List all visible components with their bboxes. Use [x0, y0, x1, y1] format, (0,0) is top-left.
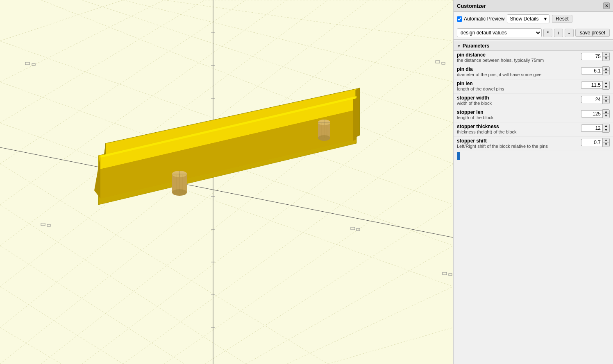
param-input-4[interactable]	[581, 110, 602, 118]
param-left-1: pin dia diameter of the pins, it will ha…	[457, 66, 581, 78]
param-name-0: pin distance	[457, 52, 581, 58]
param-input-3[interactable]	[581, 96, 602, 103]
param-name-5: stopper thickness	[457, 124, 581, 129]
param-item-3: stopper width width of the block ▲ ▼	[454, 94, 613, 108]
param-left-3: stopper width width of the block	[457, 95, 581, 106]
grid-canvas	[0, 0, 453, 364]
param-left-6: stopper shift Left/Right shift of the bl…	[457, 138, 581, 149]
param-left-4: stopper len length of the block	[457, 109, 581, 121]
title-bar-title: Customizer	[457, 3, 486, 9]
viewport	[0, 0, 453, 364]
param-spin-down-1[interactable]: ▼	[603, 71, 609, 75]
param-spinners-5: ▲ ▼	[602, 124, 610, 133]
param-left-0: pin distance the distance between holes,…	[457, 52, 581, 63]
preset-row: design default values * + - save preset	[454, 26, 613, 40]
param-spinners-3: ▲ ▼	[602, 95, 610, 104]
param-spinners-6: ▲ ▼	[602, 138, 610, 147]
title-bar: Customizer ✕	[454, 0, 613, 12]
toolbar-row: Automatic Preview Show Details ▼ Reset	[454, 12, 613, 26]
param-desc-2: length of the dowel pins	[457, 86, 581, 91]
section-collapse-arrow: ▼	[457, 44, 461, 48]
param-desc-3: width of the block	[457, 101, 581, 106]
param-name-2: pin len	[457, 81, 581, 86]
param-control-0: ▲ ▼	[581, 52, 610, 61]
parameters-section: ▼ Parameters pin distance the distance b…	[454, 40, 613, 364]
param-spinners-4: ▲ ▼	[602, 109, 610, 118]
close-button[interactable]: ✕	[603, 2, 610, 9]
preset-select[interactable]: design default values	[457, 28, 542, 37]
param-input-2[interactable]	[581, 81, 602, 89]
preset-add-button[interactable]: +	[554, 29, 563, 37]
param-input-5[interactable]	[581, 124, 602, 132]
param-control-6: ▲ ▼	[581, 138, 610, 147]
param-spin-up-2[interactable]: ▲	[603, 81, 609, 85]
auto-preview-label: Automatic Preview	[464, 16, 504, 22]
parameters-label: Parameters	[463, 43, 489, 49]
param-control-2: ▲ ▼	[581, 81, 610, 90]
param-list: pin distance the distance between holes,…	[454, 51, 613, 151]
param-spin-down-4[interactable]: ▼	[603, 114, 609, 118]
param-item-0: pin distance the distance between holes,…	[454, 51, 613, 65]
param-desc-0: the distance between holes, typically 75…	[457, 58, 581, 63]
param-item-5: stopper thickness thickness (height) of …	[454, 122, 613, 137]
preset-remove-button[interactable]: -	[565, 29, 574, 37]
param-spin-down-0[interactable]: ▼	[603, 57, 609, 61]
auto-preview-checkbox[interactable]	[457, 16, 462, 22]
param-spin-down-3[interactable]: ▼	[603, 99, 609, 104]
param-spin-up-6[interactable]: ▲	[603, 138, 609, 142]
param-desc-6: Left/Right shift of the block relative t…	[457, 144, 581, 149]
param-desc-4: length of the block	[457, 115, 581, 120]
param-name-6: stopper shift	[457, 138, 581, 144]
param-spinners-2: ▲ ▼	[602, 81, 610, 90]
param-spinners-0: ▲ ▼	[602, 52, 610, 61]
param-item-1: pin dia diameter of the pins, it will ha…	[454, 65, 613, 79]
param-input-6[interactable]	[581, 139, 602, 146]
param-spin-up-0[interactable]: ▲	[603, 52, 609, 57]
param-spin-up-1[interactable]: ▲	[603, 67, 609, 71]
show-details-button[interactable]: Show Details	[507, 15, 541, 23]
parameters-header[interactable]: ▼ Parameters	[454, 41, 613, 51]
param-left-2: pin len length of the dowel pins	[457, 81, 581, 92]
param-spin-up-3[interactable]: ▲	[603, 95, 609, 99]
svg-rect-0	[0, 0, 453, 364]
param-item-6: stopper shift Left/Right shift of the bl…	[454, 137, 613, 151]
param-name-3: stopper width	[457, 95, 581, 101]
param-control-4: ▲ ▼	[581, 109, 610, 118]
param-name-1: pin dia	[457, 66, 581, 72]
blue-indicator	[457, 152, 460, 160]
param-spinners-1: ▲ ▼	[602, 66, 610, 75]
svg-marker-65	[353, 96, 356, 141]
param-control-3: ▲ ▼	[581, 95, 610, 104]
sidebar: Customizer ✕ Automatic Preview Show Deta…	[453, 0, 613, 364]
preset-asterisk-button[interactable]: *	[543, 29, 552, 37]
param-spin-down-2[interactable]: ▼	[603, 85, 609, 89]
param-spin-up-5[interactable]: ▲	[603, 124, 609, 128]
param-control-1: ▲ ▼	[581, 66, 610, 75]
param-input-0[interactable]	[581, 53, 602, 60]
auto-preview-checkbox-label[interactable]: Automatic Preview	[457, 16, 504, 22]
param-item-4: stopper len length of the block ▲ ▼	[454, 108, 613, 122]
param-spin-down-6[interactable]: ▼	[603, 142, 609, 147]
show-details-dropdown-arrow[interactable]: ▼	[541, 16, 549, 22]
param-control-5: ▲ ▼	[581, 124, 610, 133]
param-spin-up-4[interactable]: ▲	[603, 110, 609, 114]
param-name-4: stopper len	[457, 109, 581, 115]
reset-button[interactable]: Reset	[552, 15, 572, 23]
param-spin-down-5[interactable]: ▼	[603, 128, 609, 132]
save-preset-button[interactable]: save preset	[575, 29, 610, 37]
param-item-2: pin len length of the dowel pins ▲ ▼	[454, 79, 613, 94]
param-desc-5: thickness (height) of the block	[457, 129, 581, 134]
param-desc-1: diameter of the pins, it will have some …	[457, 72, 581, 77]
param-left-5: stopper thickness thickness (height) of …	[457, 124, 581, 135]
param-input-1[interactable]	[581, 67, 602, 75]
